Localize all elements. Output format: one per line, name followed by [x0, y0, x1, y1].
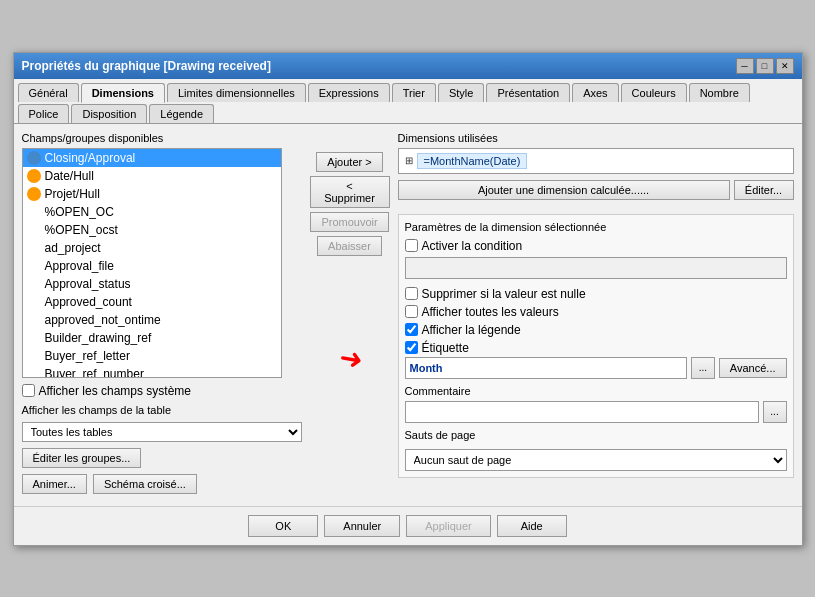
footer: OK Annuler Appliquer Aide — [14, 506, 802, 545]
right-panel: Dimensions utilisées ⊞ =MonthName(Date) … — [398, 132, 794, 494]
field-icon-date_hull — [27, 169, 41, 183]
field-item-open_oc[interactable]: %OPEN_OC — [23, 203, 281, 221]
tab-nombre[interactable]: Nombre — [689, 83, 750, 102]
field-item-approval_status[interactable]: Approval_status — [23, 275, 281, 293]
tab-couleurs[interactable]: Couleurs — [621, 83, 687, 102]
window-title: Propriétés du graphique [Drawing receive… — [22, 59, 271, 73]
edit-dim-button[interactable]: Éditer... — [734, 180, 794, 200]
available-fields-label: Champs/groupes disponibles — [22, 132, 302, 144]
field-label-closing: Closing/Approval — [45, 151, 136, 165]
sauts-label: Sauts de page — [405, 429, 787, 441]
red-arrow-icon: ➜ — [336, 340, 364, 376]
commentaire-input[interactable] — [405, 401, 759, 423]
field-label-approval_status: Approval_status — [45, 277, 131, 291]
show-all-values-label: Afficher toutes les valeurs — [422, 305, 559, 319]
params-section: Paramètres de la dimension sélectionnée … — [398, 214, 794, 478]
field-label-projet_hull: Projet/Hull — [45, 187, 100, 201]
tab-dimensions[interactable]: Dimensions — [81, 83, 165, 103]
field-label-approval_file: Approval_file — [45, 259, 114, 273]
tab-police[interactable]: Police — [18, 104, 70, 123]
field-item-closing[interactable]: Closing/Approval — [23, 149, 281, 167]
tab-trier[interactable]: Trier — [392, 83, 436, 102]
add-calc-button[interactable]: Ajouter une dimension calculée...... — [398, 180, 730, 200]
field-item-approved_not_ontime[interactable]: approved_not_ontime — [23, 311, 281, 329]
commentaire-row: ... — [405, 401, 787, 423]
show-system-label: Afficher les champs système — [39, 384, 192, 398]
field-label-approved_count: Approved_count — [45, 295, 132, 309]
field-label-builder_drawing_ref: Builder_drawing_ref — [45, 331, 152, 345]
remove-button[interactable]: < Supprimer — [310, 176, 390, 208]
plus-icon: ⊞ — [405, 155, 413, 166]
etiquette-btn[interactable]: ... — [691, 357, 715, 379]
fields-listbox[interactable]: Closing/ApprovalDate/HullProjet/Hull%OPE… — [22, 148, 282, 378]
suppress-null-row: Supprimer si la valeur est nulle — [405, 287, 787, 301]
maximize-button[interactable]: □ — [756, 58, 774, 74]
aide-button[interactable]: Aide — [497, 515, 567, 537]
show-all-values-checkbox[interactable] — [405, 305, 418, 318]
field-item-ad_project[interactable]: ad_project — [23, 239, 281, 257]
etiquette-checkbox[interactable] — [405, 341, 418, 354]
edit-groups-button[interactable]: Éditer les groupes... — [22, 448, 142, 468]
promote-button[interactable]: Promouvoir — [310, 212, 388, 232]
tab-limites[interactable]: Limites dimensionnelles — [167, 83, 306, 102]
table-select[interactable]: Toutes les tables — [22, 422, 302, 442]
animate-button[interactable]: Animer... — [22, 474, 87, 494]
field-item-builder_drawing_ref[interactable]: Builder_drawing_ref — [23, 329, 281, 347]
appliquer-button[interactable]: Appliquer — [406, 515, 490, 537]
field-label-buyer_ref_number: Buyer_ref_number — [45, 367, 144, 378]
etiquette-input[interactable] — [405, 357, 687, 379]
field-label-buyer_ref_letter: Buyer_ref_letter — [45, 349, 130, 363]
tabs-container: GénéralDimensionsLimites dimensionnelles… — [14, 79, 802, 124]
lower-button[interactable]: Abaisser — [317, 236, 382, 256]
condition-input[interactable] — [405, 257, 787, 279]
field-item-buyer_ref_number[interactable]: Buyer_ref_number — [23, 365, 281, 378]
sauts-select[interactable]: Aucun saut de page — [405, 449, 787, 471]
field-icon-projet_hull — [27, 187, 41, 201]
field-item-date_hull[interactable]: Date/Hull — [23, 167, 281, 185]
tab-expressions[interactable]: Expressions — [308, 83, 390, 102]
commentaire-label: Commentaire — [405, 385, 787, 397]
field-item-buyer_ref_letter[interactable]: Buyer_ref_letter — [23, 347, 281, 365]
enable-condition-checkbox[interactable] — [405, 239, 418, 252]
title-buttons: ─ □ ✕ — [736, 58, 794, 74]
field-item-approved_count[interactable]: Approved_count — [23, 293, 281, 311]
field-label-ad_project: ad_project — [45, 241, 101, 255]
main-window: Propriétés du graphique [Drawing receive… — [13, 52, 803, 546]
suppress-null-checkbox[interactable] — [405, 287, 418, 300]
params-title: Paramètres de la dimension sélectionnée — [405, 221, 787, 233]
tab-style[interactable]: Style — [438, 83, 484, 102]
schema-button[interactable]: Schéma croisé... — [93, 474, 197, 494]
table-fields-label: Afficher les champs de la table — [22, 404, 302, 416]
title-bar: Propriétés du graphique [Drawing receive… — [14, 53, 802, 79]
dim-used-item[interactable]: ⊞ =MonthName(Date) — [399, 149, 793, 173]
main-content: Champs/groupes disponibles Closing/Appro… — [14, 124, 802, 502]
dim-tag: =MonthName(Date) — [417, 153, 528, 169]
show-system-checkbox[interactable] — [22, 384, 35, 397]
field-item-approval_file[interactable]: Approval_file — [23, 257, 281, 275]
tab-general[interactable]: Général — [18, 83, 79, 102]
tab-legende[interactable]: Légende — [149, 104, 214, 123]
tab-presentation[interactable]: Présentation — [486, 83, 570, 102]
show-legend-checkbox[interactable] — [405, 323, 418, 336]
animate-schema-buttons: Animer... Schéma croisé... — [22, 474, 302, 494]
left-panel: Champs/groupes disponibles Closing/Appro… — [22, 132, 302, 494]
add-button[interactable]: Ajouter > — [316, 152, 382, 172]
field-item-open_ocst[interactable]: %OPEN_ocst — [23, 221, 281, 239]
tab-axes[interactable]: Axes — [572, 83, 618, 102]
tab-disposition[interactable]: Disposition — [71, 104, 147, 123]
field-label-date_hull: Date/Hull — [45, 169, 94, 183]
etiquette-input-row: ... Avancé... — [405, 357, 787, 379]
commentaire-btn[interactable]: ... — [763, 401, 787, 423]
commentaire-section: Commentaire ... — [405, 385, 787, 423]
enable-condition-row: Activer la condition — [405, 239, 787, 253]
main-layout: Champs/groupes disponibles Closing/Appro… — [22, 132, 794, 494]
close-button[interactable]: ✕ — [776, 58, 794, 74]
middle-buttons-panel: Ajouter > < Supprimer Promouvoir Abaisse… — [310, 132, 390, 494]
avance-button[interactable]: Avancé... — [719, 358, 787, 378]
minimize-button[interactable]: ─ — [736, 58, 754, 74]
field-item-projet_hull[interactable]: Projet/Hull — [23, 185, 281, 203]
ok-button[interactable]: OK — [248, 515, 318, 537]
annuler-button[interactable]: Annuler — [324, 515, 400, 537]
dim-used-box[interactable]: ⊞ =MonthName(Date) — [398, 148, 794, 174]
field-label-approved_not_ontime: approved_not_ontime — [45, 313, 161, 327]
